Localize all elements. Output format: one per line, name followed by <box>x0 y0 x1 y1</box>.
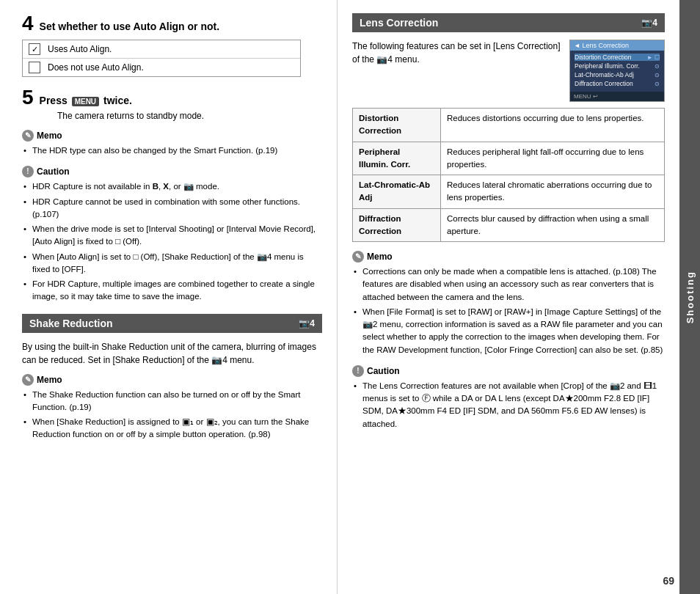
step5-title: Press MENU twice. <box>40 95 132 106</box>
checkbox-unchecked-icon <box>29 62 40 73</box>
lc-row-distortion: Distortion Correction ► ☐ <box>575 54 660 61</box>
shake-memo-bullets: The Shake Reduction function can also be… <box>22 389 322 441</box>
lens-camera-badge: 📷4 <box>641 18 657 28</box>
step4-number: 4 <box>22 13 34 34</box>
feature-name-peripheral: PeripheralIllumin. Corr. <box>353 142 441 175</box>
lens-correction-header: Lens Correction 📷4 <box>352 13 665 32</box>
caution-icon-1: ! <box>22 166 34 177</box>
option-no-label: Does not use Auto Align. <box>48 62 144 73</box>
lens-memo-icon: ✎ <box>352 251 364 263</box>
shake-reduction-section: Shake Reduction 📷4 By using the built-in… <box>22 314 322 441</box>
step4-title: Set whether to use Auto Align or not. <box>40 21 220 32</box>
standby-text: The camera returns to standby mode. <box>57 111 322 121</box>
shake-memo-section: ✎ Memo The Shake Reduction function can … <box>22 374 322 441</box>
feature-desc-diffraction: Corrects blur caused by diffraction when… <box>441 208 665 242</box>
lens-memo-section: ✎ Memo Corrections can only be made when… <box>352 251 665 356</box>
lens-correction-title: Lens Correction <box>360 17 438 29</box>
feature-name-diffraction: DiffractionCorrection <box>353 208 441 242</box>
shake-memo-bullet-1: When [Shake Reduction] is assigned to ▣₁… <box>22 416 322 441</box>
lens-memo-bullet-0: Corrections can only be made when a comp… <box>352 265 665 304</box>
shake-memo-bullet-0: The Shake Reduction function can also be… <box>22 389 322 414</box>
lens-memo-bullets: Corrections can only be made when a comp… <box>352 265 665 356</box>
memo-section-1: ✎ Memo The HDR type can also be changed … <box>22 130 322 157</box>
memo-title-1: ✎ Memo <box>22 130 322 142</box>
lens-caution-icon: ! <box>352 365 364 377</box>
lens-caution-bullet-0: The Lens Correction features are not ava… <box>352 380 665 430</box>
feature-row-distortion: DistortionCorrection Reduces distortions… <box>353 109 665 142</box>
lens-correction-screen: ◄ Lens Correction Distortion Correction … <box>569 40 665 102</box>
feature-row-diffraction: DiffractionCorrection Corrects blur caus… <box>353 208 665 242</box>
lens-caution-bullets: The Lens Correction features are not ava… <box>352 380 665 430</box>
option-uses-auto-align: Uses Auto Align. <box>23 40 300 59</box>
lc-row-peripheral: Peripheral Illumin. Corr. ⊙ <box>575 62 660 70</box>
auto-align-options: Uses Auto Align. Does not use Auto Align… <box>22 40 301 77</box>
feature-desc-lat-chrom: Reduces lateral chromatic aberrations oc… <box>441 175 665 209</box>
option-uses-label: Uses Auto Align. <box>48 44 112 54</box>
lens-memo-title: ✎ Memo <box>352 251 665 263</box>
feature-desc-distortion: Reduces distortions occurring due to len… <box>441 109 665 142</box>
lc-row-diffraction: Diffraction Correction ⊙ <box>575 80 660 87</box>
lens-feature-table: DistortionCorrection Reduces distortions… <box>352 108 665 242</box>
shooting-side-tab: Shooting <box>679 0 700 594</box>
lc-screen-title: ◄ Lens Correction <box>574 42 629 49</box>
memo-icon-1: ✎ <box>22 130 34 142</box>
caution-bullet-2: When the drive mode is set to [Interval … <box>22 223 322 249</box>
step5-header: 5 Press MENU twice. <box>22 87 322 108</box>
feature-name-lat-chrom: Lat-Chromatic-AbAdj <box>353 175 441 209</box>
caution-bullet-4: For HDR Capture, multiple images are com… <box>22 278 322 304</box>
caution-section-1: ! Caution HDR Capture is not available i… <box>22 166 322 303</box>
step5-number: 5 <box>22 87 34 108</box>
step4-header: 4 Set whether to use Auto Align or not. <box>22 13 322 34</box>
lc-screen-footer: MENU ↩ <box>570 92 664 101</box>
caution-bullet-0: HDR Capture is not available in B, X, or… <box>22 180 322 193</box>
shake-memo-icon: ✎ <box>22 374 34 386</box>
memo-bullet-1-0: The HDR type can also be changed by the … <box>22 144 322 157</box>
shake-memo-title: ✎ Memo <box>22 374 322 386</box>
lens-caution-section: ! Caution The Lens Correction features a… <box>352 365 665 430</box>
side-tab-label: Shooting <box>685 271 696 323</box>
caution-bullets-1: HDR Capture is not available in B, X, or… <box>22 180 322 303</box>
feature-desc-peripheral: Reduces peripheral light fall-off occurr… <box>441 142 665 175</box>
shake-reduction-body: By using the built-in Shake Reduction un… <box>22 340 322 367</box>
caution-bullet-1: HDR Capture cannot be used in combinatio… <box>22 196 322 221</box>
option-no-auto-align: Does not use Auto Align. <box>23 59 300 76</box>
lc-screen-header: ◄ Lens Correction <box>570 40 664 51</box>
menu-key: MENU <box>72 97 99 106</box>
lens-caution-title: ! Caution <box>352 365 665 377</box>
page-number: 69 <box>663 575 674 587</box>
lens-memo-bullet-1: When [File Format] is set to [RAW] or [R… <box>352 306 665 356</box>
caution-title-1: ! Caution <box>22 166 322 177</box>
shake-camera-badge: 📷4 <box>299 318 315 329</box>
memo-bullets-1: The HDR type can also be changed by the … <box>22 144 322 157</box>
feature-name-distortion: DistortionCorrection <box>353 109 441 142</box>
checkbox-checked-icon <box>29 43 40 55</box>
lc-screen-body: Distortion Correction ► ☐ Peripheral Ill… <box>570 51 664 92</box>
shake-reduction-header: Shake Reduction 📷4 <box>22 314 322 333</box>
lens-intro-area: ◄ Lens Correction Distortion Correction … <box>352 40 665 108</box>
caution-bullet-3: When [Auto Align] is set to □ (Off), [Sh… <box>22 251 322 276</box>
feature-row-peripheral: PeripheralIllumin. Corr. Reduces periphe… <box>353 142 665 175</box>
feature-row-lat-chrom: Lat-Chromatic-AbAdj Reduces lateral chro… <box>353 175 665 209</box>
shake-reduction-title: Shake Reduction <box>29 318 113 329</box>
lc-row-lat-chrom: Lat-Chromatic-Ab Adj ⊙ <box>575 71 660 78</box>
